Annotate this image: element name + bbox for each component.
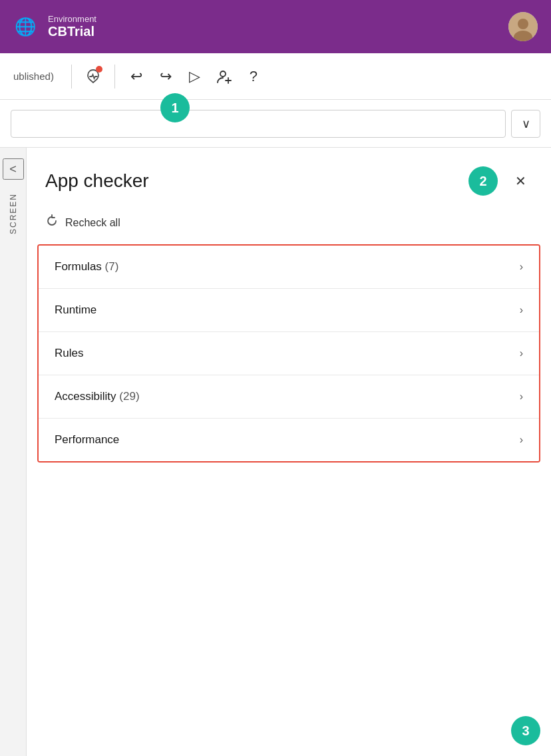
redo-button[interactable]: ↪: [151, 62, 180, 91]
screen-label: SCREEN: [9, 193, 18, 234]
step-circle-1: 1: [160, 93, 190, 122]
panel-title: App checker: [45, 170, 458, 192]
toolbar: ublished) ↩ ↪ ▷ ?: [0, 53, 551, 100]
panel-close-button[interactable]: ✕: [508, 169, 532, 193]
category-name-formulas: Formulas (7): [55, 260, 118, 274]
chevron-right-icon-formulas: ›: [520, 261, 523, 273]
svg-point-3: [220, 71, 226, 77]
close-icon: ✕: [515, 173, 526, 189]
chevron-down-icon: ∨: [522, 116, 530, 131]
chevron-right-icon-performance: ›: [520, 434, 523, 446]
globe-icon: 🌐: [13, 15, 37, 39]
env-name: CBTrial: [48, 24, 96, 39]
category-item-rules[interactable]: Rules ›: [39, 332, 539, 375]
step-circle-3: 3: [511, 716, 540, 745]
avatar[interactable]: [508, 12, 538, 41]
health-badge: [96, 66, 102, 73]
search-chevron-button[interactable]: ∨: [511, 110, 540, 138]
left-sidebar: < SCREEN: [0, 148, 27, 756]
search-input[interactable]: [11, 110, 506, 138]
help-button[interactable]: ?: [239, 62, 268, 91]
category-item-performance[interactable]: Performance ›: [39, 419, 539, 461]
main-content: < SCREEN App checker 2 ✕ Recheck all: [0, 148, 551, 756]
chevron-right-icon-runtime: ›: [520, 304, 523, 316]
category-count-formulas: (7): [105, 260, 119, 273]
header-text: Environment CBTrial: [48, 14, 96, 39]
category-item-runtime[interactable]: Runtime ›: [39, 289, 539, 332]
category-name-performance: Performance: [55, 433, 119, 447]
top-header: 🌐 Environment CBTrial: [0, 0, 551, 53]
recheck-row[interactable]: Recheck all: [27, 209, 551, 244]
category-count-accessibility: (29): [119, 390, 139, 403]
category-item-formulas[interactable]: Formulas (7) ›: [39, 246, 539, 289]
chevron-right-icon-accessibility: ›: [520, 391, 523, 403]
run-button[interactable]: ▷: [180, 62, 210, 91]
panel-header: App checker 2 ✕: [27, 148, 551, 209]
search-row: ∨: [0, 100, 551, 148]
health-check-button[interactable]: [79, 62, 108, 91]
chevron-right-icon-rules: ›: [520, 347, 523, 359]
toolbar-divider-2: [114, 65, 115, 89]
category-name-accessibility: Accessibility (29): [55, 390, 140, 403]
toolbar-divider: [71, 65, 72, 89]
sidebar-back-button[interactable]: <: [3, 158, 24, 180]
recheck-label[interactable]: Recheck all: [65, 217, 120, 229]
add-user-button[interactable]: [210, 62, 239, 91]
undo-button[interactable]: ↩: [122, 62, 151, 91]
app-checker-panel: App checker 2 ✕ Recheck all Formulas (7): [27, 148, 551, 756]
recheck-icon: [45, 214, 59, 231]
chevron-left-icon: <: [9, 162, 17, 176]
category-name-runtime: Runtime: [55, 303, 96, 317]
category-item-accessibility[interactable]: Accessibility (29) ›: [39, 375, 539, 419]
published-status: ublished): [13, 71, 54, 82]
svg-point-1: [518, 19, 528, 29]
step-circle-2: 2: [468, 166, 498, 196]
category-name-rules: Rules: [55, 347, 83, 360]
env-label: Environment: [48, 14, 96, 24]
categories-list: Formulas (7) › Runtime › Rules › Accessi…: [37, 244, 540, 463]
